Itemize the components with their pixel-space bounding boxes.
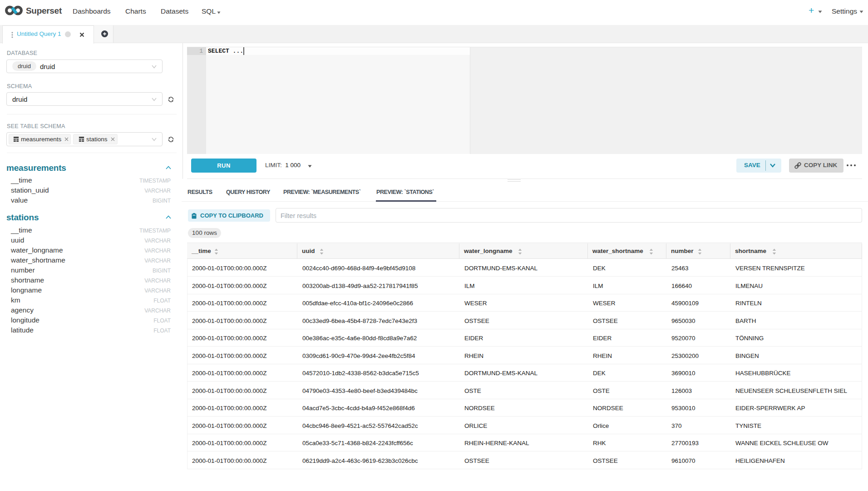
svg-text:Superset: Superset bbox=[26, 6, 62, 15]
